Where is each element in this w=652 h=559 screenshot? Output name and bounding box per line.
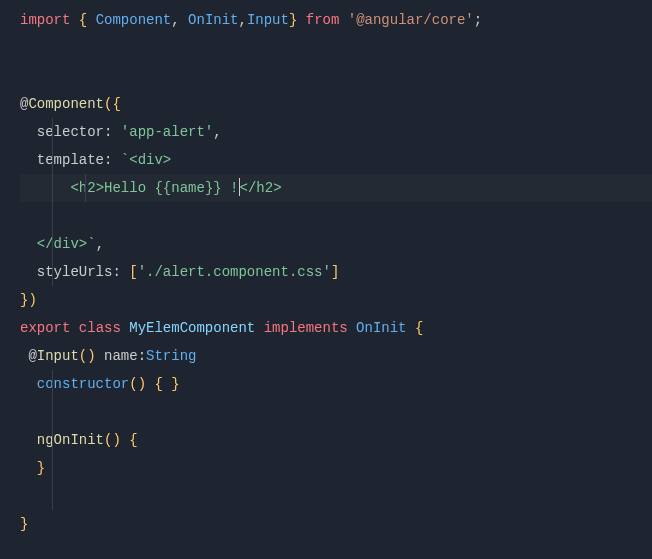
- decorator-input: Input: [37, 348, 79, 364]
- constructor-keyword: constructor: [37, 376, 129, 392]
- keyword-import: import: [20, 12, 70, 28]
- prop-template: template: [37, 152, 104, 168]
- template-text-hello: Hello: [104, 180, 154, 196]
- prop-selector: selector: [37, 124, 104, 140]
- brace-open: {: [79, 12, 87, 28]
- code-line-blank: [20, 202, 652, 230]
- code-line-blank: [20, 398, 652, 426]
- code-line-blank: [20, 482, 652, 510]
- template-div-close: </div>: [37, 236, 87, 252]
- code-line: @Input() name:String: [20, 342, 652, 370]
- type-string: String: [146, 348, 196, 364]
- class-name: MyElemComponent: [129, 320, 255, 336]
- code-line: constructor() { }: [20, 370, 652, 398]
- code-editor[interactable]: import { Component, OnInit,Input} from '…: [0, 0, 652, 538]
- code-line: selector: 'app-alert',: [20, 118, 652, 146]
- code-line: template: `<div>: [20, 146, 652, 174]
- code-line: ngOnInit() {: [20, 426, 652, 454]
- method-ngoninit: ngOnInit: [37, 432, 104, 448]
- interp-name: name: [171, 180, 205, 196]
- prop-styleurls: styleUrls: [37, 264, 113, 280]
- code-line: </div>`,: [20, 230, 652, 258]
- ident-oninit: OnInit: [188, 12, 238, 28]
- code-line: import { Component, OnInit,Input} from '…: [20, 6, 652, 34]
- code-line: }): [20, 286, 652, 314]
- ident-component: Component: [96, 12, 172, 28]
- keyword-from: from: [306, 12, 340, 28]
- decorator-component: Component: [28, 96, 104, 112]
- string-selector: 'app-alert': [121, 124, 213, 140]
- keyword-export: export: [20, 320, 70, 336]
- code-line-active: <h2>Hello {{name}} !</h2>: [20, 174, 652, 202]
- ident-input: Input: [247, 12, 289, 28]
- type-oninit: OnInit: [356, 320, 406, 336]
- code-line: export class MyElemComponent implements …: [20, 314, 652, 342]
- keyword-class: class: [79, 320, 121, 336]
- prop-name: name: [104, 348, 138, 364]
- template-div-open: <div>: [129, 152, 171, 168]
- code-line-blank: [20, 34, 652, 62]
- code-line: styleUrls: ['./alert.component.css']: [20, 258, 652, 286]
- code-line: }: [20, 510, 652, 538]
- string-styleurl: './alert.component.css': [138, 264, 331, 280]
- brace-close: }: [289, 12, 297, 28]
- code-line-blank: [20, 62, 652, 90]
- string-module: '@angular/core': [348, 12, 474, 28]
- keyword-implements: implements: [264, 320, 348, 336]
- code-line: @Component({: [20, 90, 652, 118]
- code-line: }: [20, 454, 652, 482]
